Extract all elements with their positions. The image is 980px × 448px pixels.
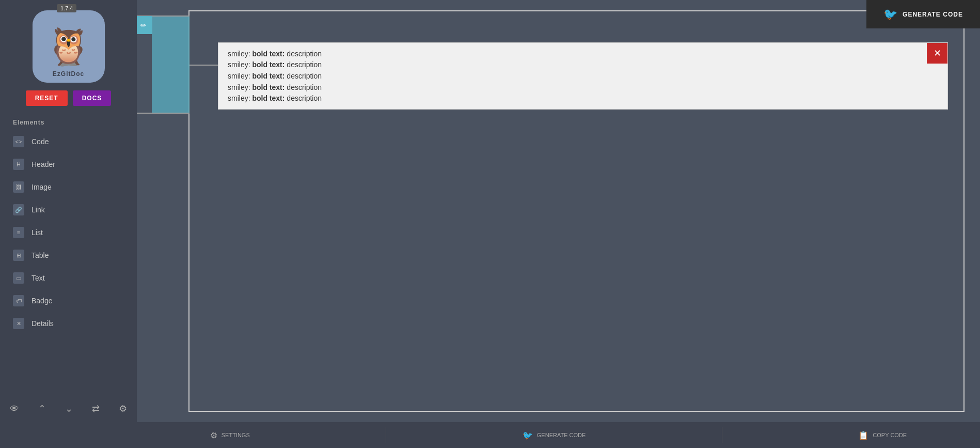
list-element-block: ✏: [134, 16, 189, 114]
canvas-block: ✏ ✕ smiley: bold text: description smile…: [188, 10, 965, 412]
reset-button[interactable]: RESET: [26, 90, 68, 106]
sidebar-item-code[interactable]: <> Code: [0, 130, 137, 153]
logo-owl-icon: 🦉: [46, 28, 91, 65]
docs-button[interactable]: DOCS: [73, 90, 112, 106]
details-icon: ✕: [13, 318, 24, 329]
popup-row-0: smiley: bold text: description: [228, 50, 938, 58]
generate-code-label: GENERATE CODE: [903, 11, 963, 18]
logo-label: EzGitDoc: [53, 70, 84, 78]
text-icon: ▭: [13, 272, 24, 284]
link-icon: 🔗: [13, 204, 24, 215]
canvas-area: ✏ ✕ smiley: bold text: description smile…: [137, 0, 980, 422]
sidebar-item-label-header: Header: [31, 160, 55, 168]
eye-icon[interactable]: 👁: [10, 404, 19, 414]
popup-row-1: smiley: bold text: description: [228, 60, 938, 69]
sidebar-item-list[interactable]: ≡ List: [0, 221, 137, 244]
popup-close-button[interactable]: ✕: [927, 43, 947, 64]
toolbar-divider-1: [386, 427, 386, 443]
toolbar-divider-2: [722, 427, 722, 443]
generate-code-bottom-button[interactable]: 🐦 GENERATE CODE: [512, 426, 596, 444]
copy-code-bottom-button[interactable]: 📋 COPY CODE: [848, 426, 917, 444]
image-icon: 🖼: [13, 181, 24, 193]
sidebar-item-badge[interactable]: 🏷 Badge: [0, 289, 137, 312]
move-up-icon[interactable]: ⌃: [38, 403, 46, 414]
sidebar-item-details[interactable]: ✕ Details: [0, 312, 137, 335]
generate-code-bottom-label: GENERATE CODE: [537, 432, 586, 438]
settings-bottom-button[interactable]: ⚙ SETTINGS: [200, 426, 260, 444]
close-icon: ✕: [934, 48, 941, 59]
generate-code-bottom-icon: 🐦: [523, 430, 533, 440]
sidebar: 🦉 EzGitDoc RESET DOCS Elements <> Code H…: [0, 0, 137, 448]
sidebar-item-table[interactable]: ⊞ Table: [0, 244, 137, 267]
sidebar-item-label-text: Text: [31, 274, 45, 282]
bottom-toolbar: ⚙ SETTINGS 🐦 GENERATE CODE 📋 COPY CODE: [137, 422, 980, 448]
elements-heading: Elements: [0, 119, 137, 126]
sidebar-item-label-badge: Badge: [31, 297, 52, 305]
settings-icon[interactable]: ⚙: [119, 403, 127, 414]
list-icon: ≡: [13, 227, 24, 238]
sidebar-item-label-details: Details: [31, 319, 54, 328]
popup-row-2: smiley: bold text: description: [228, 72, 938, 80]
copy-code-bottom-icon: 📋: [858, 430, 868, 440]
list-element-edit-button[interactable]: ✏: [134, 16, 152, 34]
version-badge: 1.7.4: [57, 4, 76, 12]
settings-bottom-icon: ⚙: [210, 430, 217, 440]
sidebar-item-link[interactable]: 🔗 Link: [0, 198, 137, 221]
swap-icon[interactable]: ⇄: [92, 403, 100, 414]
copy-code-bottom-label: COPY CODE: [873, 432, 907, 438]
sidebar-item-label-link: Link: [31, 206, 45, 214]
generate-code-icon: 🐦: [883, 8, 897, 21]
sidebar-item-label-list: List: [31, 228, 43, 237]
popup-row-3: smiley: bold text: description: [228, 83, 938, 91]
sidebar-item-label-image: Image: [31, 183, 52, 191]
sidebar-buttons: RESET DOCS: [26, 90, 112, 106]
sidebar-item-label-code: Code: [31, 137, 49, 146]
settings-bottom-label: SETTINGS: [222, 432, 250, 438]
list-block-color: [152, 17, 189, 113]
move-down-icon[interactable]: ⌄: [65, 403, 73, 414]
pencil-icon: ✏: [140, 21, 147, 29]
sidebar-item-header[interactable]: H Header: [0, 153, 137, 176]
header-icon: H: [13, 159, 24, 170]
sidebar-bottom-toolbar: 👁 ⌃ ⌄ ⇄ ⚙: [0, 398, 137, 420]
sidebar-item-image[interactable]: 🖼 Image: [0, 176, 137, 198]
sidebar-item-text[interactable]: ▭ Text: [0, 267, 137, 289]
badge-icon: 🏷: [13, 295, 24, 306]
logo-container: 🦉 EzGitDoc: [33, 10, 105, 83]
table-icon: ⊞: [13, 250, 24, 261]
generate-code-button[interactable]: 🐦 GENERATE CODE: [866, 0, 980, 28]
sidebar-item-label-table: Table: [31, 251, 49, 259]
popup-row-4: smiley: bold text: description: [228, 94, 938, 102]
code-icon: <>: [13, 136, 24, 147]
popup-panel: ✕ smiley: bold text: description smiley:…: [218, 42, 948, 110]
